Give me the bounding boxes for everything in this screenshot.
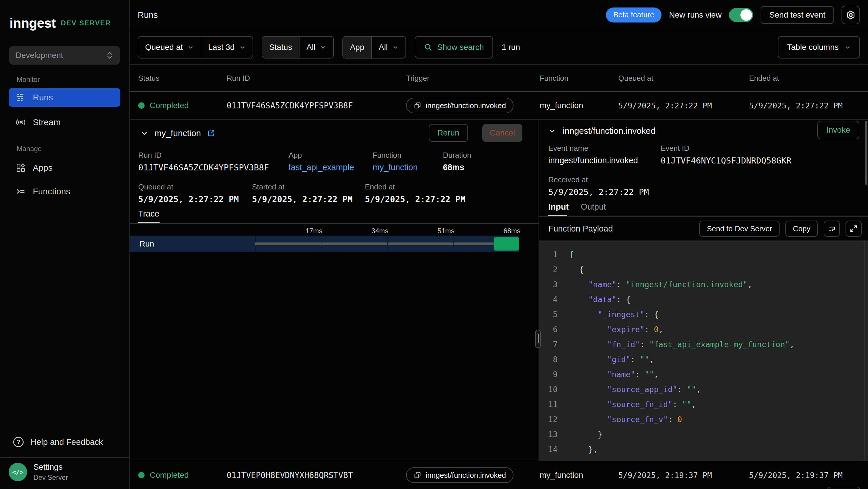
code-line: 6 "expire": 0, [539, 322, 868, 337]
function-cell: my_function [540, 470, 583, 480]
time-range-filter[interactable]: Last 3d [201, 37, 253, 58]
word-wrap-icon [827, 224, 836, 233]
col-ended: Ended at [749, 74, 779, 83]
queued-at-label: Queued at [145, 43, 183, 52]
chevron-down-icon [844, 44, 851, 51]
app-window: inngest DEV SERVER Development Monitor R… [0, 0, 868, 489]
trigger-label: inngest/function.invoked [426, 101, 506, 110]
send-to-dev-server-button[interactable]: Send to Dev Server [699, 221, 780, 237]
table-columns-label: Table columns [787, 43, 839, 52]
chevron-down-icon [187, 44, 194, 51]
beta-feature-badge: Beta feature [606, 7, 662, 23]
queued-at-cell: 5/9/2025, 2:19:37 PM [618, 471, 712, 480]
run-detail-header: my_function [140, 128, 215, 138]
run-detail-title: my_function [154, 128, 201, 138]
event-icon [413, 102, 422, 110]
sidebar: inngest DEV SERVER Development Monitor R… [0, 0, 130, 489]
trigger-pill[interactable]: inngest/function.invoked [406, 98, 514, 113]
select-updown-icon [106, 51, 114, 60]
brand: inngest DEV SERVER [9, 15, 111, 31]
code-line: 11 "source_fn_id": "", [539, 397, 868, 412]
field-started-at: Started at 5/9/2025, 2:27:22 PM [252, 182, 352, 204]
field-label: Event name [548, 144, 638, 153]
search-icon [424, 43, 433, 52]
run-detail-pane: my_function Rerun Cancel Run ID 01JTVF46… [130, 120, 538, 461]
sidebar-item-runs[interactable]: Runs [9, 88, 120, 107]
status-cell: Completed [138, 470, 189, 480]
app-filter-value[interactable]: All [371, 37, 405, 58]
expand-button[interactable] [845, 221, 862, 237]
event-icon [413, 471, 422, 479]
code-line: 12 "source_fn_v": 0 [539, 412, 868, 427]
workspace-select[interactable]: Development [9, 46, 120, 65]
section-label-monitor: Monitor [17, 76, 40, 84]
timeline-tick-label: 17ms [306, 227, 322, 235]
app-link[interactable]: fast_api_example [288, 163, 354, 172]
external-link-icon[interactable] [207, 129, 215, 138]
table-row[interactable]: Completed 01JTVF46SA5ZCDK4YPFSPV3B8F inn… [130, 92, 868, 120]
trigger-pill[interactable]: inngest/function.invoked [406, 467, 514, 483]
sidebar-item-label: Stream [33, 117, 61, 127]
trace-ticks: 17ms34ms51ms68ms [130, 227, 521, 235]
col-queued: Queued at [618, 74, 653, 83]
dev-server-tag: DEV SERVER [61, 19, 111, 27]
invoke-button[interactable]: Invoke [817, 121, 860, 139]
code-line: 1[ [539, 247, 868, 262]
status-cell: Completed [138, 101, 189, 110]
collapse-chevron-icon[interactable] [140, 129, 149, 138]
word-wrap-button[interactable] [824, 221, 840, 237]
tab-trace[interactable]: Trace [138, 209, 159, 219]
table-columns-button[interactable]: Table columns [778, 36, 860, 59]
topbar-actions: Beta feature New runs view Send test eve… [606, 6, 860, 24]
workspace-select-value: Development [16, 51, 63, 60]
status-filter-value[interactable]: All [299, 37, 333, 58]
function-payload-bar: Function Payload Send to Dev Server Copy [539, 217, 868, 240]
time-filter-group: Queued at Last 3d [138, 36, 253, 59]
page-title: Runs [138, 10, 158, 20]
show-search-button[interactable]: Show search [415, 36, 493, 59]
queued-at-filter[interactable]: Queued at [138, 37, 201, 58]
function-cell: my_function [540, 101, 583, 110]
field-label: Queued at [138, 182, 239, 192]
field-label: App [288, 151, 354, 160]
sidebar-item-apps[interactable]: Apps [9, 159, 120, 177]
show-search-label: Show search [437, 43, 484, 52]
status-dot-icon [138, 472, 145, 478]
run-detail-area: my_function Rerun Cancel Run ID 01JTVF46… [130, 120, 868, 461]
panel-scrollbar-thumb[interactable] [865, 121, 867, 185]
sidebar-item-functions[interactable]: Functions [9, 182, 120, 201]
copy-button[interactable]: Copy [785, 221, 818, 237]
tab-output[interactable]: Output [581, 202, 606, 212]
send-test-event-button[interactable]: Send test event [761, 6, 834, 24]
code-line: 9 "name": "", [539, 367, 868, 382]
expand-icon [849, 224, 858, 233]
rerun-button[interactable]: Rerun [429, 124, 468, 142]
editor-scrollbar[interactable] [864, 240, 865, 461]
trigger-cell: inngest/function.invoked [406, 98, 514, 113]
cancel-button[interactable]: Cancel [483, 124, 522, 142]
field-value: 5/9/2025, 2:27:22 PM [138, 194, 239, 204]
help-and-feedback[interactable]: ? Help and Feedback [9, 433, 120, 451]
function-payload-editor[interactable]: 1[2 {3 "name": "inngest/function.invoked… [539, 240, 868, 461]
field-function: Function my_function [373, 151, 417, 172]
tab-input[interactable]: Input [548, 202, 569, 212]
collapse-chevron-icon[interactable] [548, 126, 556, 135]
field-value: 5/9/2025, 2:27:22 PM [365, 194, 465, 204]
settings-entry[interactable]: </> Settings Dev Server [9, 462, 68, 482]
trace-timeline-row[interactable]: Run [130, 235, 519, 252]
settings-gear-button[interactable] [841, 6, 860, 24]
clipped-bottom-button[interactable] [827, 487, 860, 489]
pane-resize-handle[interactable] [535, 329, 541, 348]
table-row[interactable]: Completed 01JTVEP0H8EVDNYXH68QRSTVBT inn… [130, 461, 868, 489]
chevron-down-icon [392, 44, 399, 51]
app-filter-group: App All [342, 36, 406, 59]
col-status: Status [138, 74, 159, 83]
new-runs-view-toggle[interactable] [729, 8, 753, 22]
sidebar-item-label: Functions [33, 186, 70, 196]
function-link[interactable]: my_function [373, 163, 417, 172]
code-line: 5 "_inngest": { [539, 307, 868, 322]
code-line: 10 "source_app_id": "", [539, 382, 868, 397]
help-icon: ? [13, 437, 24, 447]
sidebar-item-stream[interactable]: Stream [9, 113, 120, 132]
settings-title: Settings [33, 462, 68, 472]
